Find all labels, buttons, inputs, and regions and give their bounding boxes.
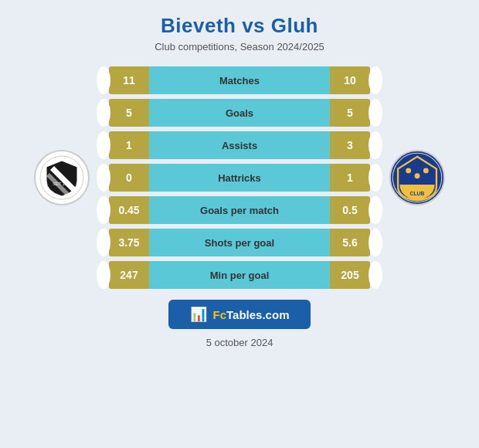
stat-cap-right	[369, 164, 382, 192]
svg-point-4	[423, 168, 429, 174]
svg-point-5	[415, 173, 420, 178]
logo-left: SEIT 1909	[27, 150, 97, 205]
stat-right-value: 0.5	[330, 196, 370, 224]
stat-row-wrapper: 247Min per goal205	[97, 261, 382, 289]
stat-row: 11Matches10	[109, 66, 370, 94]
stat-cap-left	[97, 196, 110, 224]
stat-row: 0.45Goals per match0.5	[109, 196, 370, 224]
team-left-logo: SEIT 1909	[34, 150, 90, 205]
stat-right-value: 205	[330, 261, 370, 289]
team-right-logo: CLUB	[389, 150, 445, 205]
stat-left-value: 5	[109, 99, 149, 127]
svg-text:SEIT 1909: SEIT 1909	[53, 182, 71, 186]
stat-left-value: 11	[109, 66, 149, 94]
stat-cap-left	[97, 229, 110, 256]
stat-right-value: 5.6	[330, 229, 370, 256]
stat-cap-right	[369, 66, 382, 94]
fctables-banner[interactable]: 📊 FcTables.com	[168, 300, 311, 329]
stat-cap-right	[369, 261, 382, 289]
stat-row-wrapper: 0.45Goals per match0.5	[97, 196, 382, 224]
stat-label: Matches	[149, 66, 330, 94]
stat-row: 0Hattricks1	[109, 164, 370, 192]
svg-point-3	[406, 168, 411, 174]
stat-row-wrapper: 11Matches10	[97, 66, 382, 94]
fctables-icon: 📊	[190, 306, 207, 323]
stat-cap-left	[97, 261, 110, 289]
stat-label: Shots per goal	[149, 229, 330, 256]
stat-left-value: 1	[109, 131, 149, 159]
stat-right-value: 1	[330, 164, 370, 192]
stat-right-value: 5	[330, 99, 370, 127]
main-content: SEIT 1909 11Matches105Goals51Assists30Ha…	[8, 66, 471, 289]
stat-label: Assists	[149, 131, 330, 159]
match-subtitle: Club competitions, Season 2024/2025	[155, 41, 324, 53]
svg-text:CLUB: CLUB	[410, 191, 425, 196]
stat-row-wrapper: 5Goals5	[97, 99, 382, 127]
stat-row: 1Assists3	[109, 131, 370, 159]
stat-label: Goals per match	[149, 196, 330, 224]
stat-left-value: 3.75	[109, 229, 149, 256]
footer-date: 5 october 2024	[206, 337, 273, 348]
stat-label: Min per goal	[149, 261, 330, 289]
stat-cap-left	[97, 164, 110, 192]
stat-left-value: 247	[109, 261, 149, 289]
stat-cap-right	[369, 196, 382, 224]
stat-cap-left	[97, 99, 110, 127]
stat-cap-left	[97, 66, 110, 94]
stat-right-value: 3	[330, 131, 370, 159]
stat-label: Goals	[149, 99, 330, 127]
stat-row-wrapper: 3.75Shots per goal5.6	[97, 229, 382, 256]
stat-cap-right	[369, 131, 382, 159]
stats-section: 11Matches105Goals51Assists30Hattricks10.…	[97, 66, 382, 289]
match-title: Bieveth vs Gluh	[161, 14, 318, 38]
stat-row: 5Goals5	[109, 99, 370, 127]
logo-right: CLUB	[382, 150, 452, 205]
stat-cap-right	[369, 229, 382, 256]
stat-label: Hattricks	[149, 164, 330, 192]
page-wrapper: Bieveth vs Gluh Club competitions, Seaso…	[0, 0, 479, 448]
stat-right-value: 10	[330, 66, 370, 94]
stat-cap-left	[97, 131, 110, 159]
stat-row-wrapper: 0Hattricks1	[97, 164, 382, 192]
stat-left-value: 0	[109, 164, 149, 192]
stat-row: 247Min per goal205	[109, 261, 370, 289]
stat-cap-right	[369, 99, 382, 127]
stat-left-value: 0.45	[109, 196, 149, 224]
stat-row: 3.75Shots per goal5.6	[109, 229, 370, 256]
fctables-text: FcTables.com	[213, 308, 290, 321]
stat-row-wrapper: 1Assists3	[97, 131, 382, 159]
